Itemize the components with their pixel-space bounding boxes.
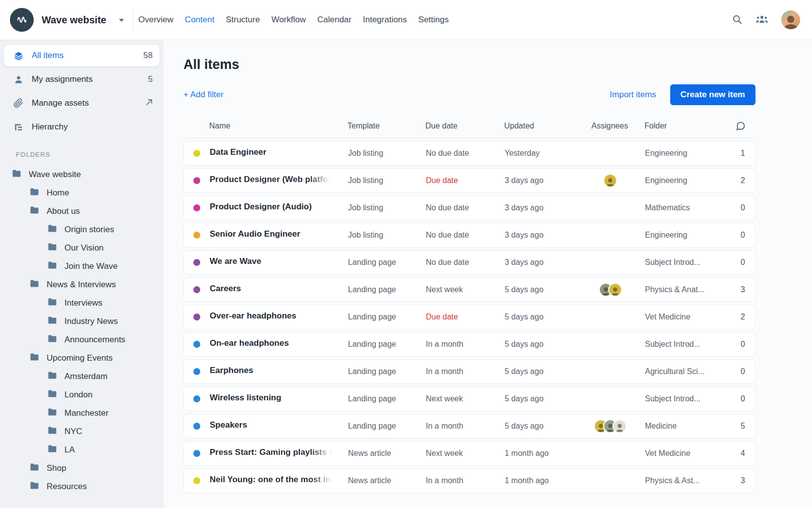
item-updated: 3 days ago	[505, 231, 576, 240]
folder-name: Origin stories	[64, 225, 114, 235]
comments-column-icon	[727, 121, 755, 131]
folder-tree-item[interactable]: Resources	[4, 477, 160, 496]
folder-tree-item[interactable]: Amsterdam	[4, 367, 160, 385]
folder-tree-item[interactable]: Industry News	[4, 312, 160, 330]
folder-icon	[48, 426, 57, 437]
folder-name: News & Interviews	[47, 280, 116, 290]
item-updated: 5 days ago	[505, 313, 576, 321]
assets-icon	[13, 98, 24, 108]
add-filter-button[interactable]: + Add filter	[183, 90, 224, 100]
item-name[interactable]: Speakers	[210, 420, 247, 430]
item-name[interactable]: Careers	[210, 284, 241, 294]
import-items-button[interactable]: Import items	[610, 90, 656, 100]
nav-item[interactable]: Structure	[226, 15, 260, 25]
team-icon	[755, 14, 768, 26]
folder-tree-item[interactable]: News & Interviews	[4, 275, 160, 294]
table-row[interactable]: We are Wave Landing page No due date 3 d…	[183, 250, 755, 275]
folder-tree-item[interactable]: Origin stories	[4, 220, 160, 239]
column-header-due-date[interactable]: Due date	[425, 122, 504, 130]
folder-name: Shop	[47, 463, 66, 473]
folder-tree-item[interactable]: Shop	[4, 459, 160, 477]
item-due-date: In a month	[426, 476, 505, 485]
folder-icon	[48, 444, 57, 455]
nav-item[interactable]: Content	[185, 15, 215, 25]
item-name[interactable]: Data Engineer	[210, 147, 266, 157]
item-name[interactable]: Neil Young: one of the most inf	[210, 475, 334, 485]
folder-tree-item[interactable]: LA	[4, 441, 160, 459]
folder-tree-item[interactable]: About us	[4, 202, 160, 220]
folder-icon	[48, 224, 57, 235]
nav-item[interactable]: Overview	[138, 15, 174, 25]
folder-icon	[48, 243, 57, 253]
project-switcher[interactable]: Wave website	[0, 8, 133, 32]
item-assignees	[576, 174, 645, 188]
table-row[interactable]: Neil Young: one of the most inf News art…	[183, 468, 755, 493]
sidebar-item-label: My assignments	[32, 74, 148, 84]
table-row[interactable]: Senior Audio Engineer Job listing No due…	[183, 223, 755, 248]
item-updated: 3 days ago	[505, 203, 576, 212]
sidebar-item-hierarchy[interactable]: Hierarchy	[4, 116, 160, 138]
team-button[interactable]	[755, 14, 768, 26]
item-comment-count: 4	[727, 449, 755, 458]
folder-tree-item[interactable]: Manchester	[4, 404, 160, 422]
table-row[interactable]: Product Designer (Audio) Job listing No …	[183, 195, 755, 220]
nav-item[interactable]: Settings	[418, 15, 449, 25]
folder-icon	[30, 353, 39, 363]
folder-name: Interviews	[64, 298, 103, 308]
item-name[interactable]: On-ear headphones	[210, 338, 289, 348]
item-folder: Physics & Ast...	[645, 476, 727, 485]
column-header-folder[interactable]: Folder	[644, 122, 727, 130]
table-row[interactable]: Wireless listening Landing page Next wee…	[183, 386, 755, 411]
nav-item[interactable]: Integrations	[363, 15, 407, 25]
item-name[interactable]: Product Designer (Audio)	[210, 202, 312, 212]
folder-tree-item[interactable]: Join the Wave	[4, 257, 160, 275]
item-assignees	[576, 419, 645, 433]
item-name[interactable]: Press Start: Gaming playlists a	[210, 447, 334, 457]
table-row[interactable]: Careers Landing page Next week 5 days ag…	[183, 277, 755, 302]
folder-tree-item[interactable]: Our Vision	[4, 239, 160, 257]
folder-name: Home	[47, 188, 69, 198]
item-name[interactable]: Over-ear headphones	[210, 311, 296, 321]
create-new-item-button[interactable]: Create new item	[670, 84, 755, 105]
folder-tree-item[interactable]: Home	[4, 184, 160, 202]
item-name[interactable]: Earphones	[210, 366, 253, 376]
folder-tree-item[interactable]: London	[4, 385, 160, 404]
item-name[interactable]: Senior Audio Engineer	[210, 229, 300, 239]
column-header-name[interactable]: Name	[209, 122, 348, 130]
folder-tree-item[interactable]: Interviews	[4, 294, 160, 312]
item-name[interactable]: Wireless listening	[210, 393, 281, 403]
folder-icon	[48, 316, 57, 326]
folder-tree-item[interactable]: Announcements	[4, 330, 160, 349]
search-button[interactable]	[732, 14, 743, 26]
table-header: Name Template Due date Updated Assignees…	[183, 121, 755, 138]
sidebar-item-manage-assets[interactable]: Manage assets	[4, 92, 160, 114]
user-avatar[interactable]	[781, 10, 800, 29]
folder-tree-item[interactable]: Upcoming Events	[4, 349, 160, 367]
items-table: Data Engineer Job listing No due date Ye…	[183, 141, 755, 493]
project-name: Wave website	[42, 14, 106, 26]
folder-icon	[48, 389, 57, 400]
table-row[interactable]: Earphones Landing page In a month 5 days…	[183, 359, 755, 384]
sidebar-item-all-items[interactable]: All items 58	[4, 45, 160, 66]
status-dot	[193, 314, 200, 320]
sidebar: All items 58 My assignments 5 Manage ass…	[0, 40, 164, 508]
table-row[interactable]: Speakers Landing page In a month 5 days …	[183, 414, 755, 439]
table-row[interactable]: Product Designer (Web platfor Job listin…	[183, 168, 755, 193]
column-header-template[interactable]: Template	[348, 122, 425, 130]
folder-name: Join the Wave	[64, 261, 117, 271]
item-template: News article	[348, 449, 426, 458]
table-row[interactable]: Over-ear headphones Landing page Due dat…	[183, 305, 755, 329]
item-due-date: Next week	[426, 394, 505, 403]
nav-item[interactable]: Workflow	[271, 15, 306, 25]
folder-tree-item[interactable]: NYC	[4, 422, 160, 441]
table-row[interactable]: Press Start: Gaming playlists a News art…	[183, 441, 755, 466]
nav-item[interactable]: Calendar	[317, 15, 351, 25]
item-name[interactable]: We are Wave	[210, 256, 261, 266]
table-row[interactable]: On-ear headphones Landing page In a mont…	[183, 332, 755, 357]
folder-tree-item[interactable]: Wave website	[4, 165, 160, 184]
column-header-updated[interactable]: Updated	[504, 122, 575, 130]
table-row[interactable]: Data Engineer Job listing No due date Ye…	[183, 141, 755, 166]
column-header-assignees[interactable]: Assignees	[575, 122, 644, 130]
sidebar-item-my-assignments[interactable]: My assignments 5	[4, 68, 160, 90]
item-name[interactable]: Product Designer (Web platfor	[210, 175, 331, 185]
